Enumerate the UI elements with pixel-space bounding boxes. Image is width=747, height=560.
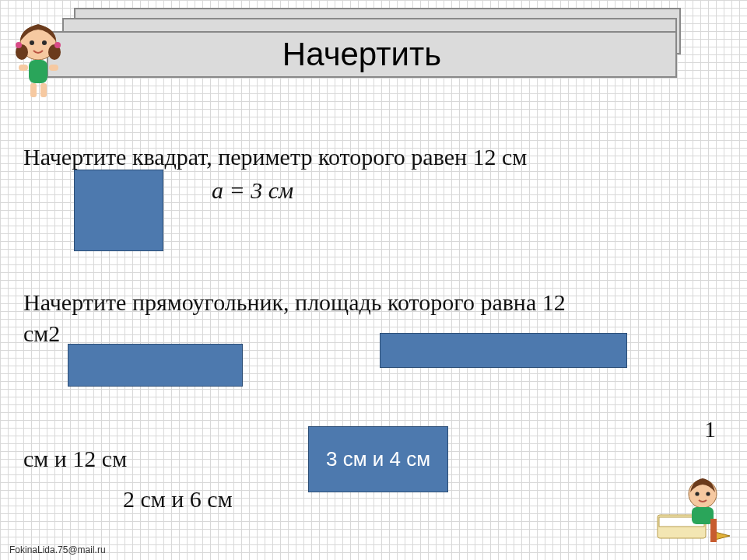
svg-point-3 <box>16 42 22 48</box>
rect-shape-1 <box>68 344 243 387</box>
svg-rect-8 <box>19 65 28 71</box>
credit-text: FokinaLida.75@mail.ru <box>9 544 106 555</box>
svg-rect-7 <box>29 60 47 83</box>
square-shape <box>74 170 163 251</box>
side-formula: a = 3 см <box>212 177 293 204</box>
svg-point-15 <box>695 492 699 495</box>
svg-point-5 <box>30 40 34 45</box>
page-title: Начертить <box>282 36 441 73</box>
svg-point-4 <box>54 42 61 48</box>
svg-rect-10 <box>30 83 37 97</box>
pair2-text: 2 см и 6 см <box>123 486 233 513</box>
one-marker: 1 <box>704 416 716 443</box>
task2-line1: Начертите прямоугольник, площадь которог… <box>23 289 566 316</box>
svg-rect-17 <box>692 507 714 524</box>
labeled-box: 3 см и 4 см <box>308 426 448 492</box>
svg-point-6 <box>42 40 47 45</box>
svg-rect-11 <box>40 83 47 97</box>
character-girl-icon <box>9 19 68 101</box>
title-card-front: Начертить <box>47 31 677 78</box>
character-boy-icon <box>656 472 730 546</box>
svg-rect-9 <box>49 65 58 71</box>
pair1-text: см и 12 см <box>23 446 127 472</box>
task1-text: Начертите квадрат, периметр которого рав… <box>23 144 527 170</box>
svg-point-16 <box>706 492 710 495</box>
box-label-text: 3 см и 4 см <box>326 448 430 471</box>
task2-line2: см2 <box>23 320 60 347</box>
rect-shape-2 <box>380 333 627 368</box>
svg-rect-19 <box>710 519 717 542</box>
